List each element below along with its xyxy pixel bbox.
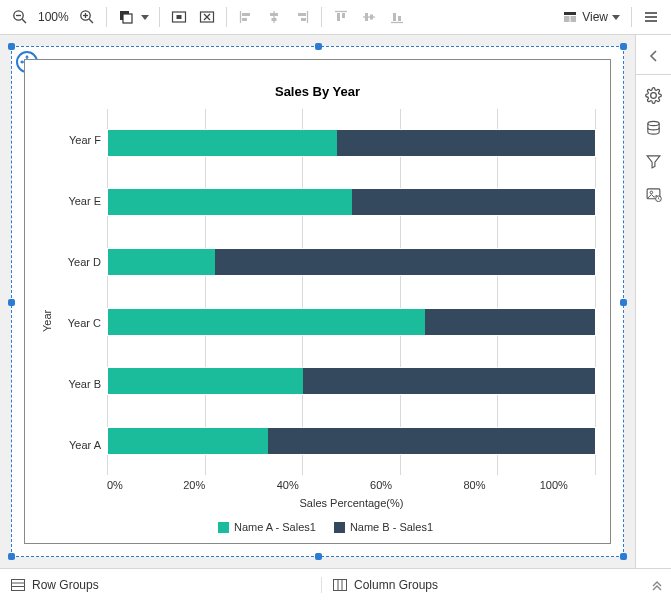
svg-rect-25 [342, 13, 345, 18]
ungroup-button[interactable] [193, 3, 221, 31]
category-label: Year B [68, 378, 101, 390]
group-in-container-button[interactable] [165, 3, 193, 31]
svg-rect-33 [564, 16, 570, 22]
legend-item-a: Name A - Sales1 [218, 521, 316, 533]
svg-rect-30 [393, 13, 396, 21]
svg-rect-8 [123, 14, 132, 23]
design-canvas[interactable]: Sales By Year Year Year FYear EYear DYea… [0, 35, 635, 568]
layers-icon [118, 9, 134, 25]
x-tick-label: 80% [463, 479, 485, 491]
ungroup-icon [199, 9, 215, 25]
groups-bar: Row Groups Column Groups [0, 568, 671, 601]
bar-segment-series-b [352, 188, 597, 216]
align-bottom-button [383, 3, 411, 31]
chevron-down-icon[interactable] [141, 15, 149, 20]
selected-report-body[interactable]: Sales By Year Year Year FYear EYear DYea… [11, 46, 624, 557]
x-axis-ticks: 0%20%40%60%80%100% [107, 475, 596, 491]
svg-rect-32 [564, 12, 576, 15]
category-label: Year D [68, 256, 101, 268]
bar-segment-series-b [268, 427, 596, 455]
x-tick-label: 40% [277, 479, 299, 491]
bar-segment-series-a [107, 188, 352, 216]
svg-rect-28 [370, 15, 373, 20]
svg-rect-34 [571, 16, 577, 22]
align-middle-icon [361, 9, 377, 25]
align-center-button [260, 3, 288, 31]
y-axis-category-labels: Year FYear EYear DYear CYear BYear A [55, 109, 107, 475]
category-label: Year E [68, 195, 101, 207]
x-tick-label: 60% [370, 479, 392, 491]
chevron-down-icon [612, 15, 620, 20]
filter-panel-button[interactable] [636, 145, 672, 178]
send-backward-button[interactable] [112, 3, 140, 31]
x-tick-label: 100% [540, 479, 568, 491]
view-icon [562, 9, 578, 25]
zoom-out-button[interactable] [6, 3, 34, 31]
bar-row [107, 248, 596, 276]
zoom-value: 100% [34, 10, 73, 24]
resize-handle-se[interactable] [620, 553, 627, 560]
svg-rect-31 [398, 16, 401, 21]
separator [106, 7, 107, 27]
row-groups-icon [10, 577, 26, 593]
funnel-icon [645, 153, 662, 170]
image-icon [645, 186, 662, 203]
zoom-in-button[interactable] [73, 3, 101, 31]
resize-handle-w[interactable] [8, 299, 15, 306]
bar-segment-series-a [107, 367, 303, 395]
column-groups-label: Column Groups [354, 578, 438, 592]
align-top-button [327, 3, 355, 31]
chevron-left-icon [648, 50, 660, 62]
resize-handle-n[interactable] [315, 43, 322, 50]
y-axis-title: Year [39, 109, 55, 533]
svg-rect-19 [271, 18, 276, 21]
svg-rect-10 [176, 15, 181, 19]
resize-handle-sw[interactable] [8, 553, 15, 560]
workspace: Sales By Year Year Year FYear EYear DYea… [0, 35, 671, 568]
svg-rect-18 [270, 13, 278, 16]
svg-rect-45 [334, 580, 347, 591]
legend: Name A - Sales1 Name B - Sales1 [55, 509, 596, 533]
align-center-icon [266, 9, 282, 25]
align-left-icon [238, 9, 254, 25]
bar-segment-series-a [107, 308, 425, 336]
right-sidebar [635, 35, 671, 568]
align-right-button [288, 3, 316, 31]
zoom-out-icon [12, 9, 28, 25]
bar-segment-series-a [107, 427, 268, 455]
bar-segment-series-b [303, 367, 596, 395]
row-groups-section[interactable]: Row Groups [0, 577, 321, 593]
category-label: Year C [68, 317, 101, 329]
data-panel-button[interactable] [636, 112, 672, 145]
bar-segment-series-b [337, 129, 596, 157]
svg-point-40 [650, 191, 653, 194]
separator [631, 7, 632, 27]
row-groups-label: Row Groups [32, 578, 99, 592]
hamburger-menu-button[interactable] [637, 3, 665, 31]
groups-collapse-button[interactable] [643, 578, 671, 592]
align-right-icon [294, 9, 310, 25]
chart-report-item[interactable]: Sales By Year Year Year FYear EYear DYea… [24, 59, 611, 544]
image-manager-button[interactable] [636, 178, 672, 211]
column-groups-section[interactable]: Column Groups [321, 577, 643, 593]
resize-handle-s[interactable] [315, 553, 322, 560]
bar-row [107, 188, 596, 216]
resize-handle-ne[interactable] [620, 43, 627, 50]
collapse-panel-button[interactable] [636, 39, 672, 72]
bar-row [107, 367, 596, 395]
gear-icon [645, 87, 662, 104]
bar-segment-series-b [215, 248, 596, 276]
x-axis-title: Sales Percentage(%) [107, 491, 596, 509]
properties-panel-button[interactable] [636, 79, 672, 112]
bar-segment-series-a [107, 248, 215, 276]
legend-label-b: Name B - Sales1 [350, 521, 433, 533]
legend-swatch-b [334, 522, 345, 533]
view-menu-button[interactable]: View [556, 3, 626, 31]
resize-handle-nw[interactable] [8, 43, 15, 50]
x-tick-label: 0% [107, 479, 123, 491]
svg-rect-24 [337, 13, 340, 21]
view-menu-label: View [582, 10, 608, 24]
hamburger-icon [643, 9, 659, 25]
resize-handle-e[interactable] [620, 299, 627, 306]
database-icon [645, 120, 662, 137]
